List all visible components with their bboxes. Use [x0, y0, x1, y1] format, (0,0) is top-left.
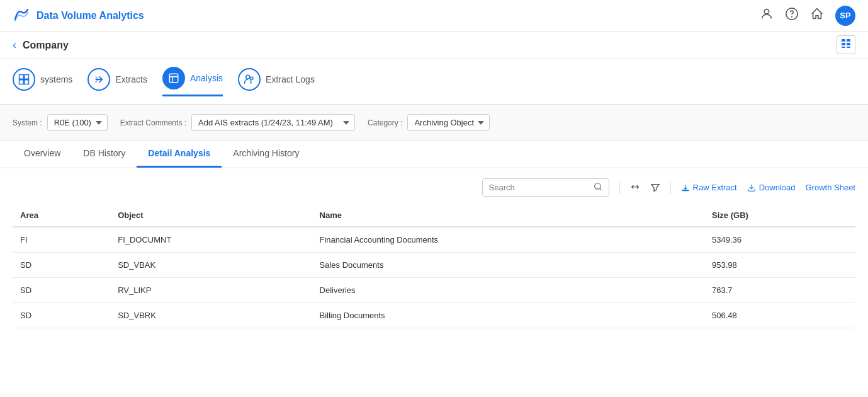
- cell-name: Deliveries: [312, 278, 705, 303]
- subtab-overview[interactable]: Overview: [13, 141, 72, 168]
- extract-control-group: Extract Comments : Add AIS extracts (1/2…: [120, 114, 355, 131]
- col-area: Area: [13, 204, 110, 227]
- systems-tab-icon: [13, 68, 35, 91]
- svg-rect-18: [682, 190, 689, 190]
- extracts-tab-icon: [87, 68, 110, 91]
- svg-point-14: [246, 75, 250, 79]
- cell-area: FI: [13, 227, 110, 253]
- svg-rect-11: [20, 79, 24, 84]
- system-select[interactable]: R0E (100): [47, 114, 108, 131]
- raw-extract-button[interactable]: Raw Extract: [681, 183, 737, 192]
- header-left: Data Volume Analytics: [13, 7, 144, 25]
- user-icon[interactable]: [760, 7, 774, 24]
- tab-extracts[interactable]: Extracts: [87, 68, 147, 96]
- svg-rect-3: [842, 39, 845, 42]
- toolbar-divider-2: [670, 181, 671, 194]
- cell-size: 953.98: [704, 253, 855, 278]
- cell-size: 5349.36: [704, 227, 855, 253]
- cell-object: RV_LIKP: [110, 278, 312, 303]
- system-control-group: System : R0E (100): [13, 114, 108, 131]
- svg-point-0: [764, 9, 769, 14]
- col-name: Name: [312, 204, 705, 227]
- svg-rect-7: [842, 47, 845, 48]
- extract-logs-tab-icon: [238, 68, 261, 91]
- growth-sheet-label: Growth Sheet: [806, 183, 856, 192]
- table-row: FI FI_DOCUMNT Financial Accounting Docum…: [13, 227, 855, 253]
- svg-rect-5: [842, 43, 845, 45]
- svg-rect-4: [847, 39, 850, 42]
- tab-systems[interactable]: systems: [13, 68, 72, 96]
- extract-label: Extract Comments :: [120, 118, 186, 127]
- grid-layout-icon[interactable]: [837, 35, 855, 54]
- cell-size: 763.7: [704, 278, 855, 303]
- cell-object: FI_DOCUMNT: [110, 227, 312, 253]
- search-box[interactable]: [482, 178, 609, 197]
- tab-analysis-label: Analysis: [190, 73, 223, 83]
- svg-rect-10: [25, 74, 29, 79]
- cell-name: Billing Documents: [312, 303, 705, 328]
- subtab-detail-analysis[interactable]: Detail Analysis: [137, 141, 222, 168]
- filter-button[interactable]: [650, 183, 660, 193]
- data-table: Area Object Name Size (GB) FI FI_DOCUMNT…: [13, 204, 855, 328]
- table-toolbar: Raw Extract Download Growth Sheet: [13, 178, 855, 197]
- system-label: System :: [13, 118, 42, 127]
- header-right: SP: [760, 6, 855, 26]
- cell-area: SD: [13, 278, 110, 303]
- extract-select[interactable]: Add AIS extracts (1/24/23, 11:49 AM): [191, 114, 355, 131]
- svg-rect-12: [25, 79, 29, 84]
- svg-point-15: [251, 77, 254, 80]
- tab-analysis[interactable]: Analysis: [162, 67, 223, 96]
- cell-object: SD_VBAK: [110, 253, 312, 278]
- col-object: Object: [110, 204, 312, 227]
- download-label: Download: [759, 183, 796, 192]
- raw-extract-label: Raw Extract: [693, 183, 737, 192]
- col-size: Size (GB): [704, 204, 855, 227]
- table-row: SD RV_LIKP Deliveries 763.7: [13, 278, 855, 303]
- main-tabs: systems Extracts Analysis Extrac: [0, 59, 868, 105]
- subtab-db-history[interactable]: DB History: [72, 141, 137, 168]
- cell-size: 506.48: [704, 303, 855, 328]
- download-button[interactable]: Download: [747, 183, 796, 192]
- svg-line-17: [599, 188, 601, 190]
- subtab-archiving-history[interactable]: Archiving History: [222, 141, 310, 168]
- help-icon[interactable]: [785, 7, 799, 24]
- back-button[interactable]: ‹: [13, 38, 16, 52]
- svg-rect-8: [847, 47, 850, 48]
- breadcrumb-title: Company: [23, 40, 69, 51]
- app-title: Data Volume Analytics: [37, 10, 144, 21]
- category-label: Category :: [368, 118, 402, 127]
- breadcrumb-right: [837, 38, 855, 52]
- cell-object: SD_VBRK: [110, 303, 312, 328]
- cell-name: Sales Documents: [312, 253, 705, 278]
- svg-rect-13: [169, 74, 178, 83]
- growth-sheet-button[interactable]: Growth Sheet: [806, 183, 856, 192]
- toolbar-divider-1: [619, 181, 620, 194]
- category-control-group: Category : Archiving Object: [368, 114, 490, 131]
- cell-name: Financial Accounting Documents: [312, 227, 705, 253]
- tab-extract-logs[interactable]: Extract Logs: [238, 68, 315, 96]
- tab-systems-label: systems: [40, 74, 72, 84]
- app-logo-icon: [13, 7, 30, 25]
- analysis-tab-icon: [162, 67, 185, 89]
- user-avatar[interactable]: SP: [835, 6, 855, 26]
- search-icon: [594, 182, 602, 193]
- svg-rect-6: [847, 43, 850, 45]
- sort-button[interactable]: [630, 183, 640, 193]
- cell-area: SD: [13, 253, 110, 278]
- search-input[interactable]: [489, 183, 590, 192]
- tab-extract-logs-label: Extract Logs: [266, 74, 315, 84]
- table-area: Raw Extract Download Growth Sheet Area O…: [0, 168, 868, 338]
- table-row: SD SD_VBAK Sales Documents 953.98: [13, 253, 855, 278]
- svg-rect-9: [20, 74, 24, 79]
- table-header-row: Area Object Name Size (GB): [13, 204, 855, 227]
- svg-point-16: [594, 183, 600, 189]
- cell-area: SD: [13, 303, 110, 328]
- svg-point-2: [792, 16, 792, 17]
- app-header: Data Volume Analytics SP: [0, 0, 868, 32]
- tab-extracts-label: Extracts: [115, 74, 147, 84]
- controls-bar: System : R0E (100) Extract Comments : Ad…: [0, 105, 868, 141]
- category-select[interactable]: Archiving Object: [407, 114, 490, 131]
- breadcrumb-bar: ‹ Company: [0, 32, 868, 59]
- subtabs-bar: Overview DB History Detail Analysis Arch…: [0, 141, 868, 168]
- home-icon[interactable]: [810, 7, 824, 24]
